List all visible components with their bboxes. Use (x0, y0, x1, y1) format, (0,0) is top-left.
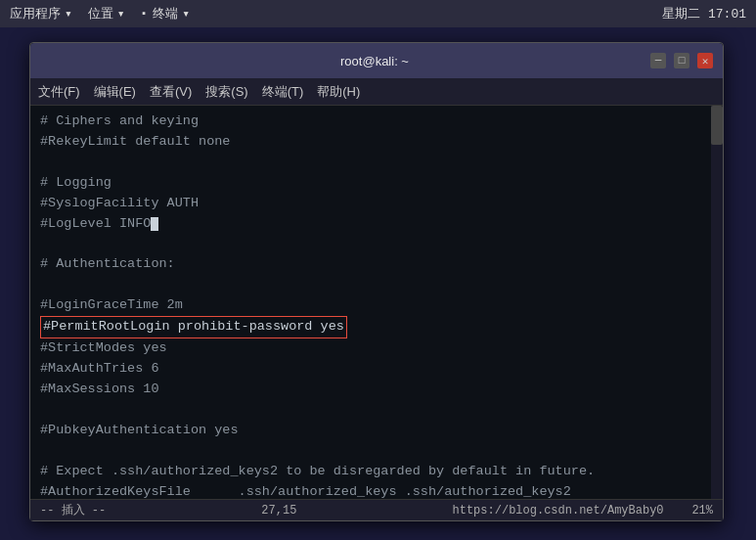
menu-edit[interactable]: 编辑(E) (94, 83, 136, 101)
apps-arrow: ▾ (65, 6, 72, 22)
taskbar-datetime: 星期二 17:01 (662, 5, 746, 22)
window-controls: ─ □ ✕ (650, 53, 713, 68)
content-lines: # Ciphers and keying #RekeyLimit default… (40, 112, 699, 499)
menu-search[interactable]: 搜索(S) (205, 83, 247, 101)
line-7 (40, 235, 699, 255)
status-position: 27,15 (261, 504, 296, 518)
line-4: # Logging (40, 173, 699, 194)
line-19: #AuthorizedKeysFile .ssh/authorized_keys… (40, 482, 699, 499)
menu-bar: 文件(F) 编辑(E) 查看(V) 搜索(S) 终端(T) 帮助(H) (30, 78, 723, 106)
places-label: 位置 (88, 5, 113, 22)
scrollbar-track[interactable] (711, 106, 723, 499)
line-3 (40, 153, 699, 173)
desktop: root@kali: ~ ─ □ ✕ 文件(F) 编辑(E) 查看(V) 搜索(… (0, 27, 756, 540)
highlighted-permit-root: #PermitRootLogin prohibit-password yes (40, 316, 347, 338)
line-8: # Authentication: (40, 254, 699, 275)
places-arrow: ▾ (117, 6, 125, 22)
terminal-window: root@kali: ~ ─ □ ✕ 文件(F) 编辑(E) 查看(V) 搜索(… (29, 42, 724, 521)
status-url: https://blog.csdn.net/AmyBaby0 21% (453, 504, 713, 518)
taskbar-apps[interactable]: 应用程序 ▾ (10, 5, 72, 22)
taskbar-left: 应用程序 ▾ 位置 ▾ ▪ 终端 ▾ (10, 5, 190, 22)
terminal-icon: ▪ (141, 8, 148, 20)
line-2: #RekeyLimit default none (40, 132, 699, 153)
line-6: #LogLevel INFO (40, 214, 699, 235)
maximize-button[interactable]: □ (674, 53, 689, 68)
line-13: #MaxAuthTries 6 (40, 359, 699, 380)
line-12: #StrictModes yes (40, 338, 699, 359)
line-1: # Ciphers and keying (40, 112, 699, 132)
scrollbar-thumb[interactable] (711, 106, 723, 145)
status-url-text: https://blog.csdn.net/AmyBaby0 (453, 504, 664, 518)
line-10: #LoginGraceTime 2m (40, 295, 699, 316)
terminal-arrow: ▾ (182, 6, 190, 22)
status-mode: -- 插入 -- (40, 502, 106, 518)
taskbar: 应用程序 ▾ 位置 ▾ ▪ 终端 ▾ 星期二 17:01 (0, 0, 756, 27)
line-17 (40, 441, 699, 462)
taskbar-terminal[interactable]: ▪ 终端 ▾ (141, 5, 190, 22)
line-16: #PubkeyAuthentication yes (40, 421, 699, 441)
menu-view[interactable]: 查看(V) (150, 83, 192, 101)
terminal-titlebar: root@kali: ~ ─ □ ✕ (30, 43, 723, 78)
status-percent: 21% (691, 504, 713, 518)
text-cursor (151, 217, 158, 231)
close-button[interactable]: ✕ (697, 53, 713, 68)
status-bar: -- 插入 -- 27,15 https://blog.csdn.net/Amy… (30, 499, 723, 520)
terminal-label: 终端 (153, 5, 178, 22)
menu-help[interactable]: 帮助(H) (317, 83, 360, 101)
line-14: #MaxSessions 10 (40, 380, 699, 400)
line-18: # Expect .ssh/authorized_keys2 to be dis… (40, 462, 699, 482)
line-5: #SyslogFacility AUTH (40, 194, 699, 214)
taskbar-places[interactable]: 位置 ▾ (88, 5, 125, 22)
menu-terminal[interactable]: 终端(T) (262, 83, 304, 101)
terminal-content: # Ciphers and keying #RekeyLimit default… (30, 106, 723, 499)
line-15 (40, 400, 699, 421)
line-9 (40, 275, 699, 295)
minimize-button[interactable]: ─ (650, 53, 666, 68)
apps-label: 应用程序 (10, 5, 61, 22)
menu-file[interactable]: 文件(F) (38, 83, 80, 101)
terminal-title: root@kali: ~ (99, 54, 650, 68)
line-11-highlighted: #PermitRootLogin prohibit-password yes (40, 316, 699, 338)
